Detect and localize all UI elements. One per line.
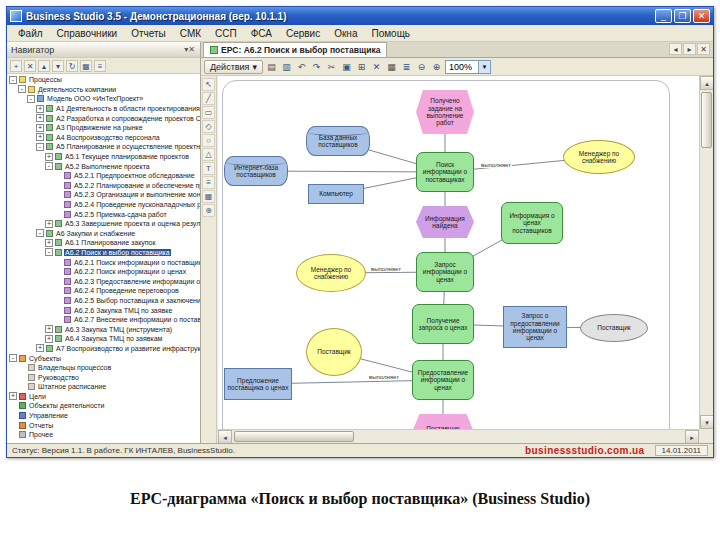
- tree-expander-icon[interactable]: +: [45, 153, 53, 161]
- rectangle-tool-icon[interactable]: ▭: [202, 106, 215, 119]
- tree-item-20[interactable]: А6.2.1 Поиск информации о поставщиках: [7, 257, 200, 267]
- menu-item-4[interactable]: СМК: [173, 28, 208, 39]
- delete-shape-icon[interactable]: ✕: [370, 60, 383, 73]
- diagram-node-n3[interactable]: Компьютер: [308, 184, 364, 204]
- menu-item-3[interactable]: Отчеты: [124, 28, 173, 39]
- cut-icon[interactable]: ✂: [325, 60, 338, 73]
- tree-expander-icon[interactable]: +: [36, 133, 44, 141]
- tree-expander-icon[interactable]: -: [18, 85, 26, 93]
- tree-item-15[interactable]: А5.2.5 Приемка-сдача работ: [7, 209, 200, 219]
- tree-item-9[interactable]: +А5.1 Текущее планирование проектов: [7, 152, 200, 162]
- tree-expander-icon[interactable]: +: [36, 124, 44, 132]
- tree-expander-icon[interactable]: +: [36, 105, 44, 113]
- scroll-up-icon[interactable]: ▴: [700, 76, 713, 90]
- copy-icon[interactable]: ▣: [340, 60, 353, 73]
- horizontal-scrollbar[interactable]: ◂ ▸: [218, 429, 699, 443]
- tree-item-4[interactable]: +А1 Деятельность в области проектировани…: [7, 104, 200, 114]
- tab-close-icon[interactable]: ✕: [697, 43, 710, 55]
- diagram-node-e3[interactable]: Поставщик определен: [412, 414, 474, 429]
- zoom-dropdown-icon[interactable]: ▾: [478, 61, 490, 73]
- tree-item-37[interactable]: Отчеты: [7, 420, 200, 430]
- tree-item-23[interactable]: А6.2.4 Проведение переговоров: [7, 286, 200, 296]
- tab-next-icon[interactable]: ▸: [683, 43, 696, 55]
- move-down-icon[interactable]: ▾: [52, 60, 64, 72]
- diagram-node-r3[interactable]: Поставщик: [306, 328, 362, 376]
- diagram-node-r2[interactable]: Менеджер по снабжению: [296, 254, 366, 292]
- filter-icon[interactable]: ▦: [80, 60, 92, 72]
- align-icon[interactable]: ≣: [400, 60, 413, 73]
- tree-item-29[interactable]: +А7 Воспроизводство и развитие инфрастру…: [7, 344, 200, 354]
- tree-item-35[interactable]: Объекты деятельности: [7, 401, 200, 411]
- tree-expander-icon[interactable]: +: [45, 220, 53, 228]
- tree-expander-icon[interactable]: -: [36, 143, 44, 151]
- diagram-node-f4[interactable]: Получение запроса о ценах: [412, 304, 474, 344]
- minimize-button[interactable]: _: [655, 9, 672, 23]
- add-icon[interactable]: +: [10, 60, 22, 72]
- tree-item-19[interactable]: -А6.2 Поиск и выбор поставщика: [7, 248, 200, 258]
- tree-item-16[interactable]: +А5.3 Завершение проекта и оценка резуль…: [7, 219, 200, 229]
- tree-item-2[interactable]: -Деятельность компании: [7, 85, 200, 95]
- diagram-node-r1[interactable]: Менеджер по снабжению: [563, 140, 635, 174]
- save-icon[interactable]: ▤: [265, 60, 278, 73]
- tree-item-26[interactable]: А6.2.7 Внесение информации о поставщике: [7, 315, 200, 325]
- tree-expander-icon[interactable]: -: [9, 76, 17, 84]
- tree-item-38[interactable]: Прочее: [7, 430, 200, 440]
- tree-item-18[interactable]: +А6.1 Планирование закупок: [7, 238, 200, 248]
- redo-icon[interactable]: ↷: [310, 60, 323, 73]
- menu-item-7[interactable]: Сервис: [279, 28, 327, 39]
- tree-expander-icon[interactable]: -: [27, 95, 35, 103]
- scroll-left-icon[interactable]: ◂: [218, 430, 232, 443]
- tree-item-10[interactable]: -А5.2 Выполнение проекта: [7, 161, 200, 171]
- tree-item-6[interactable]: +А3 Продвижение на рынке: [7, 123, 200, 133]
- triangle-tool-icon[interactable]: △: [202, 148, 215, 161]
- delete-icon[interactable]: ✕: [24, 60, 36, 72]
- undo-icon[interactable]: ↶: [295, 60, 308, 73]
- tree-expander-icon[interactable]: +: [36, 344, 44, 352]
- menu-item-1[interactable]: Файл: [11, 28, 50, 39]
- diagram-canvas[interactable]: выполняетвыполняетвыполняетБаза данных п…: [218, 76, 699, 429]
- menu-item-9[interactable]: Помощь: [364, 28, 417, 39]
- note-tool-icon[interactable]: ≡: [202, 176, 215, 189]
- close-panel-icon[interactable]: ✕: [188, 45, 195, 54]
- tree-item-21[interactable]: А6.2.2 Поиск информации о ценах: [7, 267, 200, 277]
- properties-icon[interactable]: ≡: [94, 60, 106, 72]
- tree-expander-icon[interactable]: +: [9, 392, 17, 400]
- diagram-node-d3[interactable]: Предложение поставщика о ценах: [224, 368, 292, 400]
- tree-expander-icon[interactable]: -: [45, 248, 53, 256]
- tree-item-30[interactable]: -Субъекты: [7, 353, 200, 363]
- diagram-node-n2[interactable]: Интернет-база поставщиков: [224, 156, 288, 186]
- scroll-right-icon[interactable]: ▸: [685, 430, 699, 443]
- connector-tool-icon[interactable]: ╱: [202, 92, 215, 105]
- tree-item-32[interactable]: Руководство: [7, 372, 200, 382]
- tree-expander-icon[interactable]: -: [36, 229, 44, 237]
- vertical-scrollbar[interactable]: ▴ ▾: [699, 76, 713, 429]
- horizontal-scroll-thumb[interactable]: [234, 431, 354, 442]
- tree-item-34[interactable]: +Цели: [7, 392, 200, 402]
- zoom-in-icon[interactable]: ⊕: [430, 60, 443, 73]
- tree-item-27[interactable]: +А6.3 Закупка ТМЦ (инструмента): [7, 324, 200, 334]
- tree-item-36[interactable]: Управление: [7, 411, 200, 421]
- tree-item-8[interactable]: -А5 Планирование и осуществление проектн…: [7, 142, 200, 152]
- refresh-icon[interactable]: ↻: [66, 60, 78, 72]
- print-icon[interactable]: ▥: [280, 60, 293, 73]
- paste-icon[interactable]: ⊞: [355, 60, 368, 73]
- tree-expander-icon[interactable]: -: [9, 354, 17, 362]
- title-bar[interactable]: Business Studio 3.5 - Демонстрационная (…: [7, 7, 713, 25]
- diagram-node-f3[interactable]: Запрос информации о ценах: [416, 252, 474, 292]
- zoom-out-icon[interactable]: ⊖: [415, 60, 428, 73]
- tree-item-12[interactable]: А5.2.2 Планирование и обеспечение проект…: [7, 181, 200, 191]
- scroll-down-icon[interactable]: ▾: [700, 415, 713, 429]
- zoom-select[interactable]: 100% ▾: [445, 60, 491, 74]
- vertical-scroll-thumb[interactable]: [701, 92, 712, 148]
- diagram-node-e2[interactable]: Информация найдена: [416, 206, 474, 238]
- tree-item-11[interactable]: А5.2.1 Предпроектное обследование: [7, 171, 200, 181]
- tree-expander-icon[interactable]: +: [45, 239, 53, 247]
- diagram-node-f5[interactable]: Предоставление информации о ценах: [412, 360, 474, 400]
- tree-item-5[interactable]: +А2 Разработка и сопровождение проектов …: [7, 113, 200, 123]
- menu-item-6[interactable]: ФСА: [244, 28, 279, 39]
- diamond-tool-icon[interactable]: ◇: [202, 120, 215, 133]
- menu-item-8[interactable]: Окна: [327, 28, 364, 39]
- close-button[interactable]: ✕: [693, 9, 710, 23]
- tree-item-17[interactable]: -А6 Закупки и снабжение: [7, 229, 200, 239]
- diagram-node-n1[interactable]: База данных поставщиков: [306, 126, 370, 156]
